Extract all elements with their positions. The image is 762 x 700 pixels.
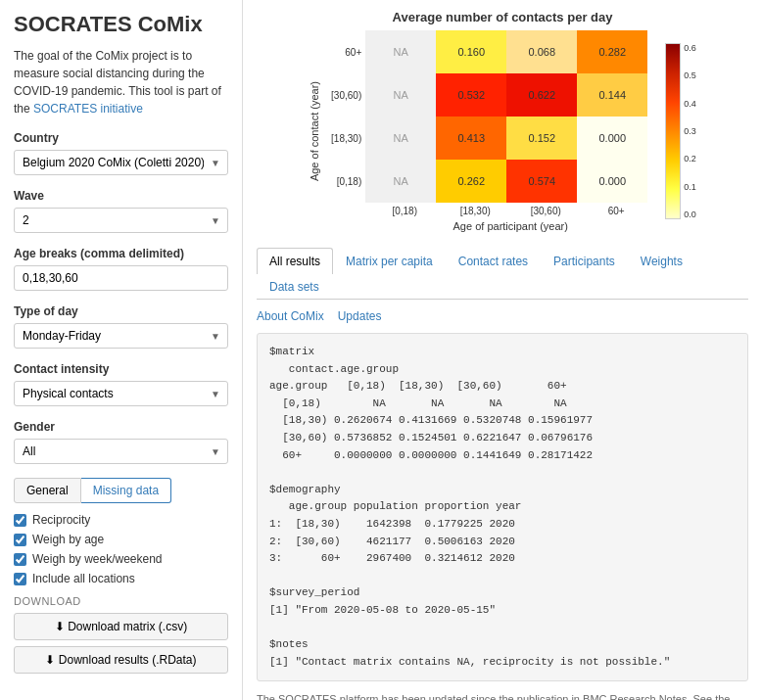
- x-tick: 60+: [581, 203, 651, 216]
- scale-value: 0.5: [684, 70, 696, 80]
- download-rdata-button[interactable]: ⬇ Download results (.RData): [14, 646, 228, 674]
- gender-select[interactable]: All: [14, 439, 228, 464]
- contact-intensity-select-wrapper: Physical contacts ▼: [14, 381, 228, 406]
- heatmap-cells-row: NA0.4130.1520.000: [365, 117, 647, 160]
- country-select-wrapper: Belgium 2020 CoMix (Coletti 2020) ▼: [14, 150, 228, 175]
- include-locations-checkbox[interactable]: [14, 573, 26, 585]
- heatmap-cell: 0.152: [506, 117, 577, 160]
- age-breaks-group: Age breaks (comma delimited): [14, 247, 228, 291]
- sub-tab[interactable]: About CoMix: [257, 309, 324, 323]
- heatmap-row: [18,30)NA0.4130.1520.000: [328, 117, 651, 160]
- heatmap-cell: 0.000: [577, 117, 647, 160]
- tab-general[interactable]: General: [14, 478, 81, 503]
- download-section: DOWNLOAD ⬇ Download matrix (.csv) ⬇ Down…: [14, 595, 228, 674]
- wave-label: Wave: [14, 189, 228, 203]
- y-tick: [18,30): [328, 133, 365, 144]
- socrates-link[interactable]: SOCRATES initiative: [33, 102, 143, 116]
- age-breaks-input[interactable]: [14, 265, 228, 291]
- scale-value: 0.1: [684, 182, 696, 192]
- checkboxes: Reciprocity Weigh by age Weigh by week/w…: [14, 513, 228, 585]
- x-axis-label: Age of participant (year): [369, 220, 651, 232]
- type-of-day-select-wrapper: Monday-Friday ▼: [14, 323, 228, 349]
- scale-value: 0.6: [684, 43, 696, 53]
- sub-tabs: About CoMixUpdates: [257, 309, 748, 323]
- heatmap-cell: 0.622: [506, 73, 577, 117]
- result-tab[interactable]: Contact rates: [446, 248, 541, 274]
- sub-tab[interactable]: Updates: [338, 309, 382, 323]
- scale-value: 0.0: [684, 210, 696, 219]
- results-tabs: All resultsMatrix per capitaContact rate…: [257, 248, 748, 300]
- y-axis-label: Age of contact (year): [309, 81, 320, 181]
- heatmap-cell: 0.413: [436, 117, 506, 160]
- type-of-day-group: Type of day Monday-Friday ▼: [14, 304, 228, 349]
- code-output: $matrix contact.age.group age.group [0,1…: [257, 333, 748, 681]
- scale-labels: 0.60.50.40.30.20.10.0: [684, 43, 696, 219]
- gender-select-wrapper: All ▼: [14, 439, 228, 464]
- heatmap-cell: 0.532: [436, 73, 506, 117]
- scale-value: 0.2: [684, 154, 696, 163]
- heatmap-cells-row: NA0.1600.0680.282: [365, 30, 647, 73]
- tab-missing-data[interactable]: Missing data: [81, 478, 171, 503]
- wave-select[interactable]: 2: [14, 208, 228, 233]
- gender-group: Gender All ▼: [14, 420, 228, 464]
- download-label: DOWNLOAD: [14, 595, 228, 607]
- country-select[interactable]: Belgium 2020 CoMix (Coletti 2020): [14, 150, 228, 175]
- contact-intensity-label: Contact intensity: [14, 362, 228, 376]
- result-tab[interactable]: All results: [257, 248, 333, 274]
- scale-value: 0.4: [684, 99, 696, 109]
- app-description: The goal of the CoMix project is to meas…: [14, 47, 228, 117]
- result-tab[interactable]: Participants: [541, 248, 628, 274]
- heatmap-wrapper: Age of contact (year) 60+NA0.1600.0680.2…: [309, 30, 696, 232]
- reciprocity-checkbox[interactable]: [14, 514, 26, 527]
- gender-label: Gender: [14, 420, 228, 434]
- y-tick: [0,18): [328, 176, 365, 187]
- include-locations-checkbox-item[interactable]: Include all locations: [14, 572, 228, 585]
- heatmap-grid: 60+NA0.1600.0680.282[30,60)NA0.5320.6220…: [328, 30, 651, 232]
- heatmap-cell: 0.068: [506, 30, 577, 73]
- heatmap-row: [0,18)NA0.2620.5740.000: [328, 160, 651, 203]
- main-content: Average number of contacts per day Age o…: [243, 0, 762, 700]
- result-tab[interactable]: Data sets: [257, 273, 332, 300]
- reciprocity-label: Reciprocity: [32, 513, 90, 527]
- contact-intensity-select[interactable]: Physical contacts: [14, 381, 228, 406]
- heatmap-cell: 0.000: [577, 160, 647, 203]
- download-csv-button[interactable]: ⬇ Download matrix (.csv): [14, 613, 228, 640]
- heatmap-cell: 0.144: [577, 73, 647, 117]
- heatmap-cell: NA: [365, 160, 436, 203]
- reciprocity-checkbox-item[interactable]: Reciprocity: [14, 513, 228, 527]
- type-of-day-select[interactable]: Monday-Friday: [14, 323, 228, 349]
- result-tab[interactable]: Weights: [628, 248, 695, 274]
- x-tick: [0,18): [369, 203, 440, 216]
- heatmap-cell: 0.262: [436, 160, 506, 203]
- sidebar: SOCRATES CoMix The goal of the CoMix pro…: [0, 0, 243, 700]
- wave-select-wrapper: 2 ▼: [14, 208, 228, 233]
- scale-bar: [665, 43, 681, 219]
- options-tabs: General Missing data: [14, 478, 228, 503]
- weigh-week-label: Weigh by week/weekend: [32, 552, 163, 566]
- chart-area: Average number of contacts per day Age o…: [309, 10, 696, 232]
- heatmap-cell: 0.282: [577, 30, 647, 73]
- scale-value: 0.3: [684, 126, 696, 136]
- heatmap-cell: 0.160: [436, 30, 506, 73]
- weigh-week-checkbox-item[interactable]: Weigh by week/weekend: [14, 552, 228, 566]
- heatmap-cell: NA: [365, 73, 436, 117]
- weigh-week-checkbox[interactable]: [14, 553, 26, 566]
- wave-group: Wave 2 ▼: [14, 189, 228, 233]
- weigh-age-checkbox[interactable]: [14, 534, 26, 546]
- age-breaks-label: Age breaks (comma delimited): [14, 247, 228, 260]
- country-group: Country Belgium 2020 CoMix (Coletti 2020…: [14, 131, 228, 175]
- include-locations-label: Include all locations: [32, 572, 135, 585]
- heatmap-grid-area: 60+NA0.1600.0680.282[30,60)NA0.5320.6220…: [328, 30, 651, 203]
- country-label: Country: [14, 131, 228, 145]
- weigh-age-label: Weigh by age: [32, 533, 104, 546]
- result-tab[interactable]: Matrix per capita: [333, 248, 446, 274]
- heatmap-cells-row: NA0.2620.5740.000: [365, 160, 647, 203]
- heatmap-cell: 0.574: [506, 160, 577, 203]
- weigh-age-checkbox-item[interactable]: Weigh by age: [14, 533, 228, 546]
- contact-intensity-group: Contact intensity Physical contacts ▼: [14, 362, 228, 406]
- heatmap-cell: NA: [365, 30, 436, 73]
- chart-title: Average number of contacts per day: [309, 10, 696, 24]
- color-scale: 0.60.50.40.30.20.10.0: [665, 43, 696, 219]
- heatmap-cells-row: NA0.5320.6220.144: [365, 73, 647, 117]
- app-title: SOCRATES CoMix: [14, 12, 228, 37]
